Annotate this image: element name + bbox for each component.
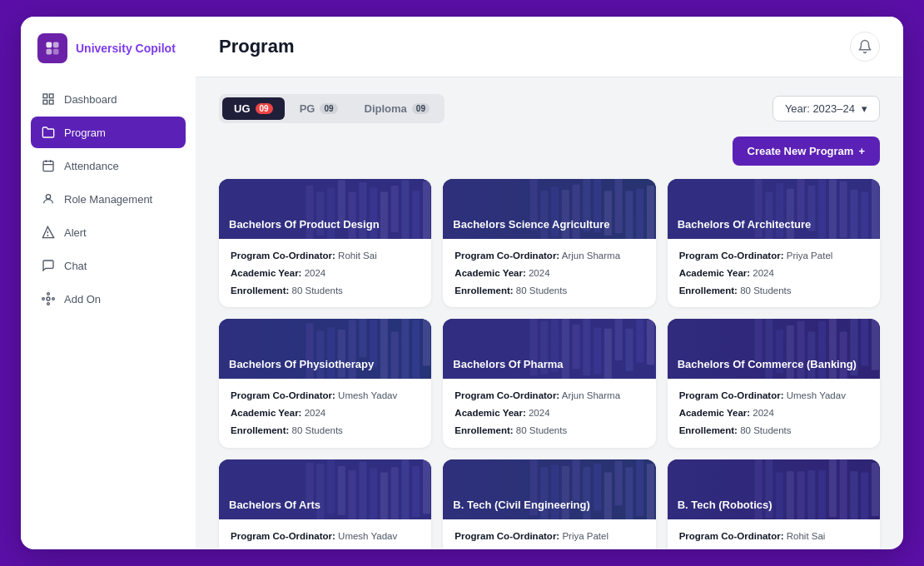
year-select[interactable]: Year: 2023–24 ▾: [772, 96, 880, 122]
card-title: Bachelors Science Agriculture: [453, 218, 609, 232]
program-card[interactable]: B. Tech (Robotics)Program Co-Ordinator: …: [668, 459, 880, 549]
program-card[interactable]: B. Tech (Civil Engineering)Program Co-Or…: [443, 459, 655, 549]
plus-icon: +: [858, 145, 865, 157]
svg-rect-135: [861, 472, 868, 519]
card-academic-year: Academic Year: 2024: [231, 266, 420, 280]
card-title: B. Tech (Robotics): [678, 499, 772, 513]
svg-point-17: [42, 298, 45, 300]
svg-point-16: [47, 297, 50, 300]
tab-ug[interactable]: UG09: [222, 97, 285, 120]
svg-rect-127: [776, 472, 783, 519]
program-card[interactable]: Bachelors Of Commerce (Banking)Program C…: [668, 319, 880, 447]
svg-rect-86: [754, 319, 762, 361]
svg-rect-106: [380, 472, 388, 519]
svg-rect-77: [573, 325, 580, 370]
svg-rect-118: [594, 464, 602, 510]
svg-rect-105: [370, 468, 377, 519]
svg-rect-80: [604, 329, 612, 379]
svg-point-12: [46, 195, 50, 199]
svg-rect-123: [647, 464, 654, 519]
tab-pg[interactable]: PG09: [288, 97, 350, 120]
svg-rect-70: [412, 320, 420, 379]
card-enrollment: Enrollement: 80 Students: [455, 284, 643, 297]
sidebar-item-add-on[interactable]: Add On: [31, 283, 186, 315]
sidebar-item-program[interactable]: Program: [31, 117, 186, 148]
svg-rect-45: [647, 186, 654, 239]
logo-icon: [37, 33, 67, 63]
svg-point-18: [52, 298, 55, 300]
svg-rect-129: [797, 471, 804, 519]
program-card[interactable]: Bachelors Of PharmaProgram Co-Ordinator:…: [443, 319, 655, 447]
svg-rect-42: [615, 179, 623, 233]
card-enrollment: Enrollement: 80 Students: [455, 424, 643, 437]
svg-rect-56: [850, 190, 857, 239]
sidebar-navigation: DashboardProgramAttendanceRole Managemen…: [21, 83, 196, 315]
svg-rect-43: [626, 191, 633, 239]
card-academic-year: Academic Year: 2024: [679, 547, 868, 549]
program-card[interactable]: Bachelors Of PhysiotherapyProgram Co-Ord…: [219, 319, 431, 447]
svg-rect-109: [412, 465, 420, 516]
card-title: B. Tech (Civil Engineering): [453, 499, 589, 513]
svg-rect-8: [43, 161, 53, 171]
svg-rect-5: [49, 94, 53, 98]
action-row: Create New Program +: [219, 137, 880, 166]
app-name: University Copilot: [76, 42, 176, 56]
card-coordinator: Program Co-Ordinator: Umesh Yadav: [231, 389, 420, 402]
card-title: Bachelors Of Architecture: [678, 218, 812, 232]
svg-rect-103: [349, 470, 356, 519]
sidebar-item-label-dashboard: Dashboard: [64, 93, 117, 106]
card-coordinator: Program Co-Ordinator: Rohit Sai: [231, 249, 420, 262]
sidebar-item-alert[interactable]: Alert: [31, 216, 186, 248]
svg-rect-57: [861, 192, 868, 239]
svg-rect-71: [423, 319, 430, 365]
program-card[interactable]: Bachelors Of ArchitectureProgram Co-Ordi…: [668, 179, 880, 307]
app-container: University Copilot DashboardProgramAtten…: [21, 17, 903, 549]
programs-grid: Bachelors Of Product DesignProgram Co-Or…: [219, 179, 880, 549]
card-coordinator: Program Co-Ordinator: Priya Patel: [679, 249, 868, 262]
card-coordinator: Program Co-Ordinator: Priya Patel: [455, 529, 643, 543]
svg-rect-2: [47, 49, 52, 55]
svg-rect-1: [53, 42, 59, 48]
tab-diploma[interactable]: Diploma09: [353, 97, 441, 120]
svg-rect-102: [338, 465, 345, 514]
svg-rect-79: [594, 328, 602, 375]
sidebar-item-label-attendance: Attendance: [64, 160, 119, 172]
sidebar-item-label-program: Program: [64, 127, 106, 139]
sidebar-item-chat[interactable]: Chat: [31, 250, 186, 281]
sidebar-item-attendance[interactable]: Attendance: [31, 150, 186, 181]
sidebar-item-label-alert: Alert: [64, 226, 87, 239]
program-card[interactable]: Bachelors Of Product DesignProgram Co-Or…: [219, 179, 431, 307]
card-title: Bachelors Of Physiotherapy: [229, 358, 374, 372]
sidebar-item-role-management[interactable]: Role Management: [31, 183, 186, 215]
tab-badge-diploma: 09: [412, 103, 430, 114]
svg-rect-6: [43, 100, 47, 104]
svg-rect-78: [584, 319, 591, 375]
attendance-icon: [41, 158, 56, 173]
tab-badge-pg: 09: [320, 103, 337, 114]
year-label: Year: 2023–24: [785, 102, 855, 115]
svg-point-19: [47, 293, 50, 295]
card-enrollment: Enrollement: 80 Students: [679, 284, 868, 297]
svg-rect-121: [626, 467, 633, 519]
card-academic-year: Academic Year: 2024: [455, 406, 643, 420]
svg-rect-58: [872, 179, 879, 239]
svg-rect-119: [604, 472, 612, 519]
svg-rect-68: [391, 332, 399, 379]
role-management-icon: [41, 191, 56, 206]
chat-icon: [41, 258, 56, 273]
card-coordinator: Program Co-Ordinator: Arjun Sharma: [455, 389, 643, 402]
program-card[interactable]: Bachelors Science AgricultureProgram Co-…: [443, 179, 655, 307]
main-content: Program UG09PG09Diploma09 Year: 2023–24 …: [196, 17, 903, 549]
create-program-button[interactable]: Create New Program +: [733, 137, 880, 166]
card-coordinator: Program Co-Ordinator: Arjun Sharma: [455, 249, 643, 262]
create-btn-label: Create New Program: [748, 145, 854, 157]
svg-rect-32: [423, 181, 430, 239]
card-coordinator: Program Co-Ordinator: Rohit Sai: [679, 529, 868, 543]
svg-rect-67: [380, 319, 388, 379]
program-card[interactable]: Bachelors Of ArtsProgram Co-Ordinator: U…: [219, 459, 431, 549]
sidebar-item-dashboard[interactable]: Dashboard: [31, 83, 186, 115]
notifications-button[interactable]: [850, 32, 880, 62]
program-tabs: UG09PG09Diploma09: [219, 94, 445, 123]
svg-rect-120: [615, 460, 623, 505]
card-academic-year: Academic Year: 2024: [231, 547, 420, 549]
